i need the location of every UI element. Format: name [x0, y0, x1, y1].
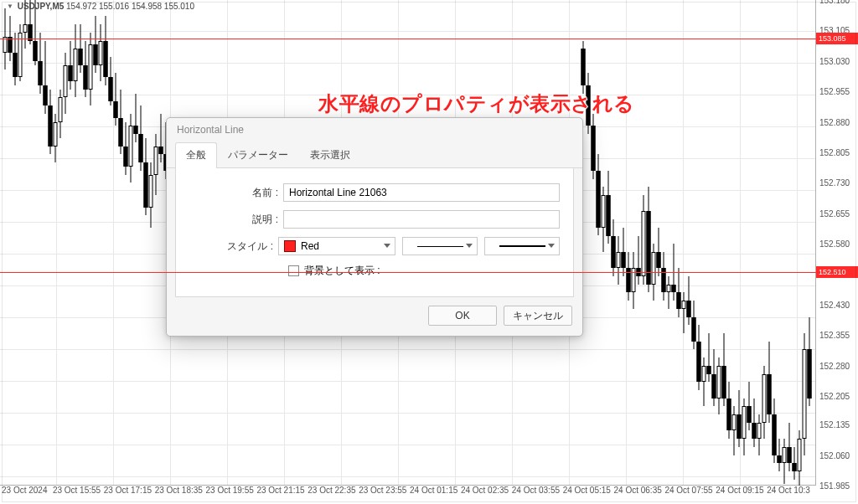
x-axis-tick: 23 Oct 17:15	[102, 486, 153, 504]
horizontal-line-properties-dialog[interactable]: Horizontal Line 全般 パラメーター 表示選択 名前 : 説明 :…	[166, 117, 583, 337]
x-axis-time-scale[interactable]: 23 Oct 202423 Oct 15:5523 Oct 17:1523 Oc…	[0, 486, 816, 504]
x-axis-tick: 24 Oct 06:35	[612, 486, 664, 504]
background-checkbox-label: 背景として表示 :	[304, 264, 380, 278]
y-axis-tick: 152.955	[819, 87, 850, 96]
color-select[interactable]: Red	[278, 237, 395, 255]
name-input[interactable]	[283, 183, 560, 202]
x-axis-tick: 23 Oct 23:55	[357, 486, 408, 504]
y-axis-tick: 152.355	[819, 331, 850, 340]
x-axis-tick: 23 Oct 21:15	[255, 486, 306, 504]
chart-title: ▼ USDJPY,M5 154.972 155.016 154.958 155.…	[7, 2, 194, 11]
background-checkbox[interactable]	[288, 265, 299, 276]
x-axis-tick: 24 Oct 09:15	[714, 486, 765, 504]
y-axis-price-scale[interactable]: 153.180153.105153.030152.955152.880152.8…	[816, 0, 858, 486]
chevron-down-icon	[466, 244, 473, 248]
desc-input[interactable]	[283, 210, 560, 229]
desc-label: 説明 :	[189, 213, 283, 227]
tab-visualization[interactable]: 表示選択	[299, 142, 361, 168]
y-axis-tick: 152.430	[819, 301, 850, 310]
tab-parameters[interactable]: パラメーター	[217, 142, 299, 168]
ok-button[interactable]: OK	[428, 306, 497, 326]
dialog-title: Horizontal Line	[167, 118, 582, 141]
horizontal-line[interactable]	[0, 272, 816, 273]
price-tag: 153.085	[816, 33, 858, 44]
line-style-preview	[417, 246, 463, 247]
x-axis-tick: 23 Oct 18:35	[153, 486, 204, 504]
x-axis-tick: 23 Oct 15:55	[51, 486, 102, 504]
name-label: 名前 :	[189, 186, 283, 200]
y-axis-tick: 152.655	[819, 208, 850, 218]
chevron-down-icon	[548, 244, 555, 248]
y-axis-tick: 151.985	[819, 481, 850, 491]
line-width-select[interactable]	[484, 237, 560, 255]
y-axis-tick: 153.180	[819, 0, 850, 5]
x-axis-tick: 24 Oct 01:15	[408, 486, 459, 504]
horizontal-line[interactable]	[0, 39, 816, 39]
price-tag: 152.510	[816, 266, 858, 278]
color-swatch-icon	[284, 240, 296, 252]
x-axis-tick: 24 Oct 07:55	[663, 486, 714, 504]
x-axis-tick: 23 Oct 19:55	[204, 486, 256, 504]
x-axis-tick: 24 Oct 02:35	[459, 486, 510, 504]
y-axis-tick: 152.060	[819, 450, 850, 460]
cancel-button[interactable]: キャンセル	[504, 306, 572, 326]
x-axis-tick: 23 Oct 22:35	[306, 486, 357, 504]
line-style-select[interactable]	[402, 237, 478, 255]
x-axis-tick: 23 Oct 2024	[0, 486, 51, 504]
chevron-down-icon	[384, 244, 390, 248]
y-axis-tick: 152.730	[819, 178, 850, 188]
annotation-text: 水平線のプロパティが表示される	[318, 90, 635, 117]
dialog-tab-body: 名前 : 説明 : スタイル : Red	[175, 168, 574, 297]
symbol-label: USDJPY,M5	[18, 2, 65, 11]
y-axis-tick: 153.030	[819, 56, 850, 65]
y-axis-tick: 152.580	[819, 239, 850, 249]
x-axis-tick: 24 Oct 03:55	[510, 486, 561, 504]
y-axis-tick: 152.205	[819, 392, 850, 401]
line-width-preview	[499, 245, 545, 247]
tab-general[interactable]: 全般	[175, 142, 217, 168]
x-axis-tick: 24 Oct 10:3	[765, 486, 816, 504]
color-name: Red	[301, 240, 319, 252]
dropdown-triangle-icon[interactable]: ▼	[7, 3, 13, 10]
style-label: スタイル :	[189, 239, 278, 254]
x-axis-tick: 24 Oct 05:15	[561, 486, 612, 504]
y-axis-tick: 152.135	[819, 420, 850, 429]
y-axis-tick: 152.280	[819, 361, 850, 370]
y-axis-tick: 152.805	[819, 148, 850, 157]
y-axis-tick: 152.880	[819, 117, 850, 126]
ohlc-label: 154.972 155.016 154.958 155.010	[66, 2, 194, 11]
dialog-tabs: 全般 パラメーター 表示選択	[167, 141, 582, 168]
